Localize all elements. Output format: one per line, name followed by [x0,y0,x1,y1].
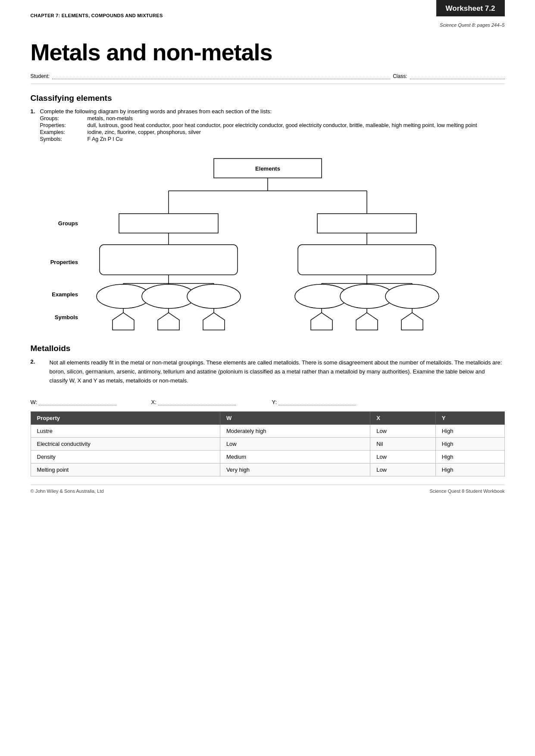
w-label: W: [31,399,38,405]
q1-text: Complete the following diagram by insert… [40,108,505,115]
table-header-row: Property W X Y [31,412,504,425]
svg-point-35 [385,284,439,308]
svg-marker-43 [158,313,179,330]
metalloids-table: Property W X Y LustreModerately highLowH… [31,411,505,476]
table-cell: High [435,425,504,438]
svg-rect-16 [298,245,436,275]
table-cell: Very high [220,464,370,476]
groups-label: Groups: [40,115,88,121]
svg-rect-11 [119,214,218,233]
table-cell: Nil [370,438,436,451]
groups-value: metals, non-metals [88,115,133,121]
th-x: X [370,412,436,425]
question-1-block: 1. Complete the following diagram by ins… [31,108,505,142]
w-dots [39,405,116,405]
word-list: Groups: metals, non-metals Properties: d… [40,115,505,142]
x-label: X: [151,399,156,405]
worksheet-sub: Science Quest 8: pages 244–5 [440,22,504,28]
student-class-line: Student: Class: [31,73,505,84]
svg-marker-44 [203,313,225,330]
svg-rect-15 [100,245,238,275]
chapter-label: CHAPTER 7: Elements, compounds and mixtu… [31,13,505,18]
elements-diagram: Groups Properties Examples Symbols Eleme… [31,150,505,331]
y-dots [278,405,356,405]
question-2-block: 2. Not all elements readily fit in the m… [31,358,505,391]
q2-text: Not all elements readily fit in the meta… [50,358,505,385]
q2-num: 2. [31,358,40,391]
svg-marker-46 [356,313,378,330]
table-row: LustreModerately highLowHigh [31,425,504,438]
svg-rect-12 [317,214,416,233]
svg-text:Elements: Elements [255,165,280,172]
table-cell: High [435,464,504,476]
x-dots [158,405,236,405]
y-label: Y: [272,399,277,405]
table-cell: Melting point [31,464,220,476]
page-footer: © John Wiley & Sons Australia, Ltd Scien… [31,485,505,494]
th-w: W [220,412,370,425]
footer-right: Science Quest 8 Student Workbook [429,488,504,494]
table-cell: High [435,438,504,451]
section-metalloids-title: Metalloids [31,344,505,353]
section-classifying-title: Classifying elements [31,93,505,103]
symbols-value: F Ag Zn P I Cu [88,136,123,142]
table-cell: Low [370,425,436,438]
properties-label: Properties: [40,122,88,128]
examples-label: Examples: [40,129,88,135]
svg-text:Symbols: Symbols [54,314,78,320]
th-y: Y [435,412,504,425]
metalloids-section: Metalloids 2. Not all elements readily f… [31,344,505,476]
student-label: Student: [31,73,50,79]
table-row: DensityMediumLowHigh [31,451,504,464]
svg-marker-47 [401,313,423,330]
wxy-line: W: X: Y: [31,399,505,405]
class-dotline [410,79,505,79]
svg-marker-45 [311,313,332,330]
q1-num: 1. [31,108,40,115]
symbols-label: Symbols: [40,136,88,142]
svg-text:Examples: Examples [52,291,78,298]
class-label: Class: [393,73,407,79]
diagram-area: Groups Properties Examples Symbols Eleme… [31,150,505,331]
th-property: Property [31,412,220,425]
svg-marker-42 [113,313,134,330]
svg-point-32 [187,284,241,308]
svg-text:Groups: Groups [58,220,78,227]
page-title: Metals and non-metals [31,39,505,65]
table-cell: Density [31,451,220,464]
svg-text:Properties: Properties [50,259,78,265]
table-cell: Low [220,438,370,451]
student-dotline [52,79,390,79]
table-row: Electrical conductivityLowNilHigh [31,438,504,451]
table-cell: Lustre [31,425,220,438]
table-cell: Low [370,464,436,476]
footer-left: © John Wiley & Sons Australia, Ltd [31,488,104,494]
table-cell: Electrical conductivity [31,438,220,451]
worksheet-badge: Worksheet 7.2 [436,0,505,16]
properties-value: dull, lustrous, good heat conductor, poo… [88,122,477,128]
table-cell: High [435,451,504,464]
table-cell: Medium [220,451,370,464]
table-cell: Moderately high [220,425,370,438]
examples-value: iodine, zinc, fluorine, copper, phosphor… [88,129,201,135]
table-row: Melting pointVery highLowHigh [31,464,504,476]
table-cell: Low [370,451,436,464]
